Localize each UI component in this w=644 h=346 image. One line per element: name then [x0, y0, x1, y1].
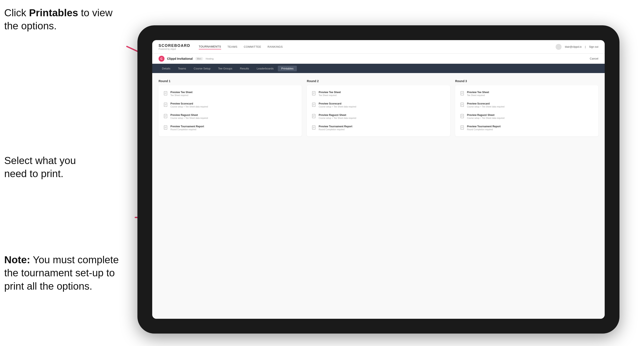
- round-3-scorecard[interactable]: Preview Scorecard Course setup + Tee She…: [458, 100, 595, 110]
- round-2-tournament-report-title: Preview Tournament Report: [318, 125, 352, 128]
- round-2-tournament-report-subtitle: Round Completion required: [318, 128, 352, 131]
- round-3-section: Round 3: [455, 79, 598, 136]
- document-icon-4: [164, 125, 168, 131]
- instruction-bold-printables: Printables: [29, 7, 78, 18]
- document-icon-3: [164, 114, 168, 120]
- round-2-scorecard-subtitle: Course setup + Tee Sheet data required: [318, 106, 356, 108]
- nav-rankings[interactable]: RANKINGS: [268, 44, 283, 49]
- round-3-card: Preview Tee Sheet Tee Sheet required: [455, 85, 598, 136]
- avatar: [556, 44, 562, 50]
- round-3-title: Round 3: [455, 79, 598, 83]
- cancel-button[interactable]: Cancel: [590, 57, 598, 60]
- document-icon-10: [460, 103, 465, 108]
- round-1-scorecard-text: Preview Scorecard Course setup + Tee She…: [170, 102, 208, 108]
- round-2-scorecard-title: Preview Scorecard: [318, 102, 356, 105]
- tournament-info: C Clippd Invitational Men Hosting: [158, 56, 214, 62]
- round-1-tee-sheet[interactable]: Preview Tee Sheet Tee Sheet required: [162, 89, 298, 99]
- round-3-scorecard-text: Preview Scorecard Course setup + Tee She…: [467, 102, 504, 108]
- round-2-title: Round 2: [307, 79, 450, 83]
- round-3-scorecard-title: Preview Scorecard: [467, 102, 504, 105]
- hosting-badge: Hosting: [206, 57, 214, 60]
- document-icon-9: [460, 91, 465, 97]
- sub-nav: Details Teams Course Setup Tee Groups Re…: [152, 64, 605, 73]
- rounds-grid: Round 1: [158, 79, 598, 136]
- document-icon-5: [312, 91, 316, 97]
- round-1-scorecard-subtitle: Course setup + Tee Sheet data required: [170, 106, 208, 108]
- round-1-tee-sheet-title: Preview Tee Sheet: [170, 91, 192, 94]
- sign-out-link[interactable]: Sign out: [589, 45, 598, 48]
- app-title: SCOREBOARD: [158, 43, 190, 48]
- powered-by: Powered by clippd: [158, 48, 190, 50]
- round-3-tee-sheet-subtitle: Tee Sheet required: [467, 94, 489, 96]
- tab-leaderboards[interactable]: Leaderboards: [253, 66, 277, 71]
- tab-teams[interactable]: Teams: [175, 66, 190, 71]
- tournament-name: Clippd Invitational: [167, 57, 192, 60]
- round-2-raguzzi-text: Preview Raguzzi Sheet Course setup + Tee…: [318, 114, 356, 119]
- document-icon-7: [312, 114, 316, 120]
- round-1-tournament-report[interactable]: Preview Tournament Report Round Completi…: [162, 123, 298, 133]
- round-3-tournament-report-subtitle: Round Completion required: [467, 128, 501, 131]
- round-1-tournament-report-text: Preview Tournament Report Round Completi…: [170, 125, 204, 131]
- round-2-card: Preview Tee Sheet Tee Sheet required: [307, 85, 450, 136]
- document-icon-2: [164, 103, 168, 108]
- round-2-section: Round 2: [307, 79, 450, 136]
- round-2-scorecard-text: Preview Scorecard Course setup + Tee She…: [318, 102, 356, 108]
- round-3-raguzzi-title: Preview Raguzzi Sheet: [467, 114, 504, 117]
- nav-right: blair@clippd.io | Sign out: [556, 44, 598, 50]
- document-icon: [164, 91, 168, 97]
- tournament-bar: C Clippd Invitational Men Hosting Cancel: [152, 54, 605, 64]
- tablet-frame: SCOREBOARD Powered by clippd TOURNAMENTS…: [138, 25, 620, 334]
- document-icon-11: [460, 114, 465, 120]
- round-3-scorecard-subtitle: Course setup + Tee Sheet data required: [467, 106, 504, 108]
- top-nav: SCOREBOARD Powered by clippd TOURNAMENTS…: [152, 40, 605, 54]
- nav-left: SCOREBOARD Powered by clippd TOURNAMENTS…: [158, 43, 283, 50]
- round-1-title: Round 1: [158, 79, 302, 83]
- round-3-tee-sheet-title: Preview Tee Sheet: [467, 91, 489, 94]
- round-3-raguzzi-text: Preview Raguzzi Sheet Course setup + Tee…: [467, 114, 504, 119]
- round-3-tournament-report-title: Preview Tournament Report: [467, 125, 501, 128]
- round-1-tee-sheet-subtitle: Tee Sheet required: [170, 94, 192, 96]
- round-1-raguzzi-text: Preview Raguzzi Sheet Course setup + Tee…: [170, 114, 208, 119]
- round-1-raguzzi-subtitle: Course setup + Tee Sheet data required: [170, 117, 208, 119]
- round-2-raguzzi[interactable]: Preview Raguzzi Sheet Course setup + Tee…: [310, 111, 446, 122]
- tab-tee-groups[interactable]: Tee Groups: [215, 66, 236, 71]
- round-3-tee-sheet[interactable]: Preview Tee Sheet Tee Sheet required: [458, 89, 595, 99]
- main-content: Round 1: [152, 73, 605, 319]
- round-3-tournament-report[interactable]: Preview Tournament Report Round Completi…: [458, 123, 595, 133]
- round-1-raguzzi-title: Preview Raguzzi Sheet: [170, 114, 208, 117]
- round-2-raguzzi-title: Preview Raguzzi Sheet: [318, 114, 356, 117]
- round-3-raguzzi-subtitle: Course setup + Tee Sheet data required: [467, 117, 504, 119]
- round-1-scorecard-title: Preview Scorecard: [170, 102, 208, 105]
- tab-results[interactable]: Results: [236, 66, 252, 71]
- user-email: blair@clippd.io: [565, 45, 582, 48]
- round-3-raguzzi[interactable]: Preview Raguzzi Sheet Course setup + Tee…: [458, 111, 595, 122]
- tab-details[interactable]: Details: [158, 66, 174, 71]
- round-2-tee-sheet[interactable]: Preview Tee Sheet Tee Sheet required: [310, 89, 446, 99]
- document-icon-12: [460, 125, 465, 131]
- instruction-bottom: Note: You must complete the tournament s…: [4, 253, 127, 293]
- round-2-tee-sheet-text: Preview Tee Sheet Tee Sheet required: [318, 91, 341, 96]
- nav-committee[interactable]: COMMITTEE: [244, 44, 261, 49]
- round-1-tournament-report-title: Preview Tournament Report: [170, 125, 204, 128]
- nav-teams[interactable]: TEAMS: [228, 44, 238, 49]
- tab-course-setup[interactable]: Course Setup: [190, 66, 214, 71]
- tournament-badge: Men: [195, 57, 203, 60]
- round-1-raguzzi[interactable]: Preview Raguzzi Sheet Course setup + Tee…: [162, 111, 298, 122]
- round-2-tournament-report[interactable]: Preview Tournament Report Round Completi…: [310, 123, 446, 133]
- document-icon-6: [312, 103, 316, 108]
- round-1-tournament-report-subtitle: Round Completion required: [170, 128, 204, 131]
- round-1-tee-sheet-text: Preview Tee Sheet Tee Sheet required: [170, 91, 192, 96]
- round-2-tournament-report-text: Preview Tournament Report Round Completi…: [318, 125, 352, 131]
- nav-tournaments[interactable]: TOURNAMENTS: [199, 44, 221, 49]
- round-1-scorecard[interactable]: Preview Scorecard Course setup + Tee She…: [162, 100, 298, 110]
- round-2-tee-sheet-subtitle: Tee Sheet required: [318, 94, 341, 96]
- round-2-scorecard[interactable]: Preview Scorecard Course setup + Tee She…: [310, 100, 446, 110]
- instruction-top: Click Printables to view the options.: [4, 6, 127, 33]
- document-icon-8: [312, 125, 316, 131]
- scoreboard-logo: SCOREBOARD Powered by clippd: [158, 43, 190, 50]
- tournament-logo: C: [158, 56, 164, 62]
- round-2-raguzzi-subtitle: Course setup + Tee Sheet data required: [318, 117, 356, 119]
- tab-printables[interactable]: Printables: [278, 66, 297, 71]
- round-3-tee-sheet-text: Preview Tee Sheet Tee Sheet required: [467, 91, 489, 96]
- round-2-tee-sheet-title: Preview Tee Sheet: [318, 91, 341, 94]
